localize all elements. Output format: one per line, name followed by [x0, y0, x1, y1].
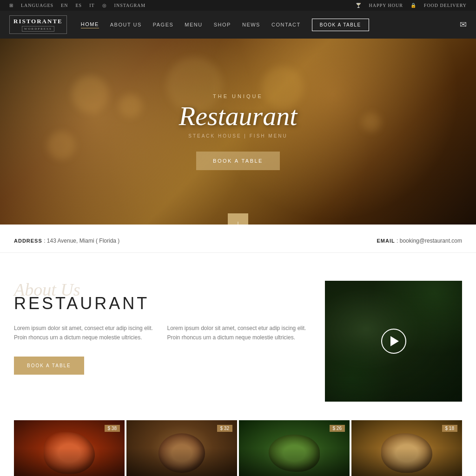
video-thumbnail	[325, 281, 462, 402]
hero-subtitle: THE UNIQUE	[179, 93, 298, 99]
about-video[interactable]	[325, 281, 462, 402]
food-delivery-label[interactable]: FOOD DELIVERY	[424, 3, 467, 8]
address-label: ADDRESS	[14, 238, 42, 244]
address-block: ADDRESS : 143 Avenue, Miami ( Florida )	[14, 238, 119, 244]
bokeh-6	[362, 113, 381, 132]
delivery-icon: 🔒	[410, 3, 416, 8]
happy-hour-label[interactable]: HAPPY HOUR	[369, 3, 403, 8]
food-card-4-price: $ 18	[442, 425, 457, 432]
top-bar: ⊞ LANGUAGES EN ES IT ◎ INSTAGRAM 🍸 HAPPY…	[0, 0, 476, 11]
instagram-label[interactable]: INSTAGRAM	[114, 3, 146, 8]
languages-label[interactable]: LANGUAGES	[21, 3, 53, 8]
nav-book-button[interactable]: BOOK A TABLE	[312, 19, 369, 31]
email-block: EMAIL : booking@restaurant.com	[377, 238, 463, 244]
about-text-2: Lorem ipsum dolor sit amet, consect etur…	[167, 324, 307, 343]
play-button[interactable]	[381, 329, 406, 354]
navbar: RISTORANTE WORDPRESS HOME ABOUT US PAGES…	[0, 11, 476, 39]
hero-tagline: STEACK HOUSE | FISH MENU	[179, 133, 298, 139]
bokeh-4	[47, 132, 75, 159]
mail-icon[interactable]: ✉	[460, 20, 467, 30]
food-card-1-price: $ 38	[105, 425, 120, 432]
food-card-1[interactable]: $ 38 Sweet Cheeses	[14, 420, 125, 476]
food-card-3[interactable]: $ 26 Bean Soup	[239, 420, 350, 476]
scroll-down-button[interactable]	[228, 213, 248, 225]
about-left: About Us RESTAURANT Lorem ipsum dolor si…	[14, 281, 325, 402]
hero-content: THE UNIQUE Restaurant STEACK HOUSE | FIS…	[179, 93, 298, 170]
food-section: $ 38 Sweet Cheeses $ 32 Fresh Fish $ 26 …	[0, 420, 476, 476]
about-title: RESTAURANT	[14, 294, 306, 313]
about-text-1: Lorem ipsum dolor sit amet, consect etur…	[14, 324, 153, 343]
lang-it[interactable]: IT	[89, 3, 94, 8]
about-book-button[interactable]: BOOK A TABLE	[14, 357, 84, 375]
hero-title: Restaurant	[179, 103, 298, 130]
hero-book-button[interactable]: BOOK A TABLE	[196, 152, 280, 170]
nav-links: HOME ABOUT US PAGES MENU SHOP NEWS CONTA…	[81, 19, 450, 31]
address-bar: ADDRESS : 143 Avenue, Miami ( Florida ) …	[0, 229, 476, 253]
food-card-4[interactable]: $ 18 Vegetables	[351, 420, 462, 476]
bokeh-1	[72, 76, 109, 113]
logo-sub: WORDPRESS	[22, 26, 54, 32]
nav-news[interactable]: NEWS	[242, 22, 260, 27]
hero-section: THE UNIQUE Restaurant STEACK HOUSE | FIS…	[0, 39, 476, 225]
nav-about[interactable]: ABOUT US	[110, 22, 142, 27]
address-separator: :	[44, 238, 47, 244]
top-bar-left: ⊞ LANGUAGES EN ES IT ◎ INSTAGRAM	[9, 3, 145, 8]
top-bar-right: 🍸 HAPPY HOUR 🔒 FOOD DELIVERY	[356, 3, 467, 8]
email-value: booking@restaurant.com	[400, 238, 462, 244]
grid-icon: ⊞	[9, 3, 13, 8]
address-value: 143 Avenue, Miami ( Florida )	[47, 238, 120, 244]
logo-name: RISTORANTE	[13, 18, 63, 25]
nav-home[interactable]: HOME	[81, 21, 99, 28]
food-card-2-price: $ 32	[217, 425, 232, 432]
nav-contact[interactable]: CONTACT	[271, 22, 301, 27]
email-label: EMAIL	[377, 238, 395, 244]
nav-shop[interactable]: SHOP	[214, 22, 231, 27]
bokeh-2	[119, 94, 142, 118]
food-card-3-price: $ 26	[330, 425, 345, 432]
lang-es[interactable]: ES	[75, 3, 82, 8]
food-card-2[interactable]: $ 32 Fresh Fish	[126, 420, 237, 476]
instagram-icon: ◎	[102, 3, 107, 8]
about-section: About Us RESTAURANT Lorem ipsum dolor si…	[0, 253, 476, 420]
about-texts: Lorem ipsum dolor sit amet, consect etur…	[14, 324, 306, 343]
logo[interactable]: RISTORANTE WORDPRESS	[9, 15, 67, 34]
lang-en[interactable]: EN	[61, 3, 68, 8]
nav-menu[interactable]: MENU	[185, 22, 202, 27]
cocktail-icon: 🍸	[356, 3, 362, 8]
email-separator: :	[397, 238, 400, 244]
nav-pages[interactable]: PAGES	[153, 22, 174, 27]
